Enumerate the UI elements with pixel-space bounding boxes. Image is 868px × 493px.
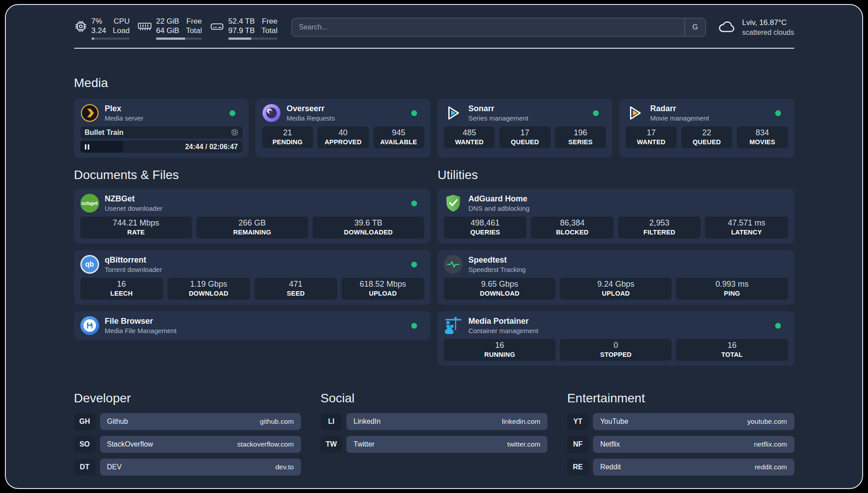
memory-free-label: Free [186,17,202,26]
stat-tile: 945AVAILABLE [373,126,424,148]
stat-tile: 9.24 GbpsUPLOAD [560,278,672,300]
stat-tile: 834MOVIES [737,126,788,148]
app-card-adguard[interactable]: AdGuard Home DNS and adblocking 498,461Q… [438,189,794,243]
stat-tile: 40APPROVED [317,126,368,148]
disk-free-label: Free [262,17,278,26]
bookmark-name: Github [107,418,128,426]
search-engine-button[interactable]: G [684,18,705,36]
stat-tile: 618.52 MbpsUPLOAD [342,278,424,300]
bookmark-url: linkedin.com [502,418,540,426]
bookmark-url: youtube.com [747,418,787,426]
bookmark-url: twitter.com [507,440,540,448]
system-metrics: 7% 3.24 CPU Load [74,17,278,40]
bookmark-url: reddit.com [755,463,787,471]
stat-tile: 86,384BLOCKED [531,217,613,238]
app-card-qbittorrent[interactable]: qb qBittorrent Torrent downloader 16LEEC… [74,250,431,305]
status-dot [411,110,417,116]
disk-progress-bar [228,38,277,40]
cloud-icon [718,20,736,36]
app-name: qBittorrent [105,255,162,265]
bookmark-abbr: LI [321,413,342,430]
search-input[interactable] [292,18,684,36]
app-card-sonarr[interactable]: Sonarr Series management 485WANTED 17QUE… [438,99,612,158]
portainer-icon [444,316,463,335]
header-divider [74,48,794,49]
filebrowser-icon [80,316,99,335]
app-subtitle: Movie management [650,114,709,122]
app-name: Plex [105,104,144,114]
memory-total-value: 64 GiB [156,26,179,35]
bookmarks-developer: Developer GH Githubgithub.com SO StackOv… [74,391,301,481]
bookmark-name: Reddit [600,463,621,471]
playback-time: 24:44 / 02:06:47 [185,143,242,151]
weather-location-temp: Lviv, 16.87°C [742,18,794,28]
bookmark-url: netflix.com [754,440,787,448]
section-title-media: Media [74,75,794,91]
app-card-overseerr[interactable]: Overseerr Media Requests 21PENDING 40APP… [256,99,430,158]
speedtest-icon [444,255,463,274]
bookmark-stackoverflow[interactable]: SO StackOverflowstackoverflow.com [74,436,301,453]
now-playing-title: Bullet Train [85,129,124,137]
cpu-usage-value: 7% [92,17,106,26]
disk-free-value: 52.4 TB [228,17,255,26]
bookmark-reddit[interactable]: RE Redditreddit.com [567,459,794,476]
weather-widget: Lviv, 16.87°C scattered clouds [718,18,794,37]
status-dot [230,110,235,116]
bookmark-twitter[interactable]: TW Twittertwitter.com [321,436,547,453]
disk-icon [210,17,224,40]
stat-tile: 266 GBREMAINING [196,217,308,238]
cpu-load-value: 3.24 [92,26,106,35]
disk-total-value: 97.9 TB [228,26,255,35]
stat-tile: 0.993 msPING [676,278,788,300]
section-title-social: Social [321,391,547,406]
stat-tile: 21PENDING [262,126,313,148]
app-card-plex[interactable]: Plex Media server Bullet Train 24:44 / 0… [74,99,249,158]
app-card-portainer[interactable]: Media Portainer Container management 16R… [438,311,794,366]
nzbget-icon: nzbget [80,194,99,213]
bookmark-linkedin[interactable]: LI LinkedInlinkedin.com [321,413,547,430]
bookmark-name: YouTube [600,418,628,426]
session-icon [231,129,238,136]
bookmark-dev[interactable]: DT DEVdev.to [74,459,301,476]
bookmark-name: LinkedIn [354,418,381,426]
app-card-speedtest[interactable]: Speedtest Speedtest Tracking 9.65 GbpsDO… [438,250,794,305]
status-dot [775,323,781,329]
status-dot [593,110,599,116]
bookmark-abbr: SO [74,436,96,453]
stat-tile: 1.19 GbpsDOWNLOAD [167,278,250,300]
section-title-utilities: Utilities [438,167,794,183]
cpu-metric: 7% 3.24 CPU Load [74,17,130,40]
section-title-entertainment: Entertainment [567,391,794,406]
bookmark-github[interactable]: GH Githubgithub.com [74,413,301,430]
stat-tile: 16LEECH [80,278,163,300]
app-card-radarr[interactable]: Radarr Movie management 17WANTED 22QUEUE… [619,99,794,158]
app-name: Overseerr [287,104,335,114]
stat-tile: 196SERIES [555,126,606,148]
bookmark-youtube[interactable]: YT YouTubeyoutube.com [567,413,794,430]
bookmark-abbr: DT [74,459,96,476]
media-grid: Plex Media server Bullet Train 24:44 / 0… [74,99,794,158]
bookmark-url: dev.to [275,463,294,471]
bookmark-name: Netflix [600,440,620,448]
top-bar: 7% 3.24 CPU Load [74,17,794,40]
pause-button[interactable] [80,141,123,153]
app-subtitle: Usenet downloader [105,204,163,213]
section-title-documents: Documents & Files [74,167,431,183]
app-card-nzbget[interactable]: nzbget NZBGet Usenet downloader 744.21 M… [74,189,431,243]
app-name: Radarr [650,104,709,114]
stat-tile: 744.21 MbpsRATE [80,217,192,238]
memory-metric: 22 GiB 64 GiB Free Total [138,17,202,40]
bookmark-abbr: YT [567,413,588,430]
stat-tile: 22QUEUED [681,126,732,148]
sonarr-icon [444,104,463,122]
stat-tile: 16RUNNING [444,339,555,361]
app-subtitle: Torrent downloader [105,265,162,274]
app-card-filebrowser[interactable]: File Browser Media File Management [74,311,431,340]
stat-tile: 485WANTED [444,126,495,148]
app-subtitle: DNS and adblocking [468,204,530,213]
stat-tile: 0STOPPED [560,339,672,361]
memory-total-label: Total [186,26,202,35]
bookmark-netflix[interactable]: NF Netflixnetflix.com [567,436,794,453]
app-name: AdGuard Home [468,194,530,204]
app-name: Media Portainer [468,316,538,326]
